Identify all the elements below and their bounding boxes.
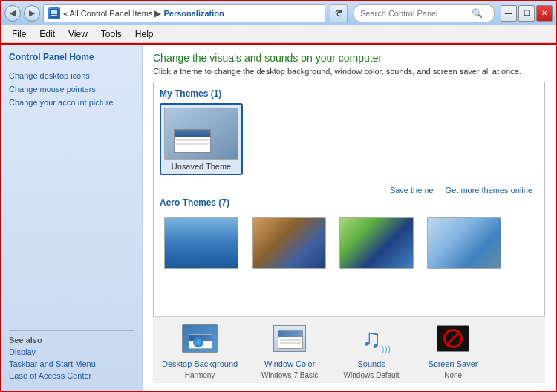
aero-thumb-3 bbox=[339, 217, 414, 269]
aero-thumb-1 bbox=[164, 217, 238, 269]
see-also-label: See also bbox=[9, 330, 134, 344]
desktop-background-sublabel: Harmony bbox=[185, 371, 215, 379]
window-color-item[interactable]: Window Color Windows 7 Basic bbox=[260, 321, 319, 379]
aero-thumb-2 bbox=[252, 217, 326, 269]
menu-help[interactable]: Help bbox=[129, 27, 160, 41]
see-also-section: See also Display Taskbar and Start Menu … bbox=[9, 330, 134, 383]
maximize-button[interactable]: ☐ bbox=[518, 5, 535, 22]
bottom-bar: Desktop Background Harmony bbox=[153, 316, 545, 383]
close-button[interactable]: ✕ bbox=[536, 5, 553, 22]
forward-button[interactable]: ▶ bbox=[24, 5, 40, 22]
svg-rect-1 bbox=[51, 10, 57, 14]
search-bar[interactable]: 🔍 bbox=[354, 4, 495, 22]
sounds-sublabel: Windows Default bbox=[344, 371, 400, 379]
window-color-icon bbox=[272, 321, 307, 356]
screen-saver-item[interactable]: Screen Saver None bbox=[423, 321, 483, 379]
title-bar: ◀ ▶ « All Control Panel Items ▶ Personal… bbox=[1, 1, 556, 25]
address-bar[interactable]: « All Control Panel Items ▶ Personalizat… bbox=[43, 4, 325, 22]
menu-edit[interactable]: Edit bbox=[33, 27, 61, 41]
unsaved-thumb-body bbox=[175, 137, 210, 148]
menu-bar: File Edit View Tools Help bbox=[1, 25, 556, 43]
sounds-item[interactable]: ♫ ))) Sounds Windows Default bbox=[342, 321, 401, 379]
desktop-background-item[interactable]: Desktop Background Harmony bbox=[162, 321, 238, 379]
sidebar-link-desktop-icons[interactable]: Change desktop icons bbox=[9, 71, 134, 80]
unsaved-theme-thumb bbox=[164, 108, 238, 160]
menu-view[interactable]: View bbox=[62, 27, 94, 41]
window-color-label[interactable]: Window Color bbox=[264, 359, 315, 368]
sidebar: Control Panel Home Change desktop icons … bbox=[1, 45, 143, 391]
aero-themes-label: Aero Themes (7) bbox=[160, 197, 538, 208]
save-row: Save theme Get more themes online bbox=[160, 183, 538, 197]
save-theme-link[interactable]: Save theme bbox=[390, 186, 434, 195]
minimize-button[interactable]: — bbox=[501, 5, 517, 22]
unsaved-theme-item[interactable]: Unsaved Theme bbox=[160, 103, 243, 175]
content-title: Change the visuals and sounds on your co… bbox=[153, 52, 545, 64]
themes-scroll[interactable]: My Themes (1) bbox=[154, 82, 544, 316]
sidebar-home-link[interactable]: Control Panel Home bbox=[9, 52, 134, 62]
see-also-taskbar[interactable]: Taskbar and Start Menu bbox=[9, 359, 134, 368]
screen-saver-sublabel: None bbox=[444, 371, 462, 379]
refresh-button[interactable] bbox=[330, 4, 348, 22]
menu-file[interactable]: File bbox=[6, 27, 32, 41]
sidebar-link-account-picture[interactable]: Change your account picture bbox=[9, 98, 134, 107]
themes-area: My Themes (1) bbox=[153, 82, 545, 316]
address-separator: ▶ bbox=[154, 8, 161, 19]
aero-theme-2[interactable] bbox=[247, 212, 330, 273]
see-also-ease-access[interactable]: Ease of Access Center bbox=[9, 371, 134, 380]
sidebar-link-mouse-pointers[interactable]: Change mouse pointers bbox=[9, 85, 134, 94]
aero-themes-grid bbox=[160, 212, 538, 273]
content-area: Change the visuals and sounds on your co… bbox=[143, 45, 556, 391]
my-themes-grid: Unsaved Theme bbox=[160, 103, 538, 175]
aero-thumb-4 bbox=[427, 217, 501, 269]
aero-theme-1[interactable] bbox=[160, 212, 243, 273]
menu-tools[interactable]: Tools bbox=[95, 27, 128, 41]
aero-theme-3[interactable] bbox=[335, 212, 418, 273]
window-color-sublabel: Windows 7 Basic bbox=[261, 371, 318, 379]
address-icon bbox=[48, 7, 60, 19]
address-current: Personalization bbox=[163, 9, 224, 18]
unsaved-thumb-bar bbox=[175, 130, 210, 137]
window-controls: — ☐ ✕ bbox=[501, 5, 553, 22]
window-frame: ◀ ▶ « All Control Panel Items ▶ Personal… bbox=[0, 0, 557, 392]
unsaved-thumb-line2 bbox=[176, 143, 209, 145]
unsaved-theme-name: Unsaved Theme bbox=[172, 162, 232, 171]
desktop-background-label[interactable]: Desktop Background bbox=[162, 359, 238, 368]
unsaved-thumb-line1 bbox=[176, 139, 209, 141]
back-button[interactable]: ◀ bbox=[4, 5, 21, 22]
search-icon[interactable]: 🔍 bbox=[472, 8, 483, 19]
see-also-display[interactable]: Display bbox=[9, 347, 134, 356]
sounds-icon: ♫ ))) bbox=[354, 321, 389, 356]
desktop-background-icon bbox=[182, 321, 218, 356]
main-area: Control Panel Home Change desktop icons … bbox=[1, 43, 556, 391]
screen-saver-label[interactable]: Screen Saver bbox=[429, 359, 478, 368]
content-description: Click a theme to change the desktop back… bbox=[153, 67, 545, 76]
get-more-themes-link[interactable]: Get more themes online bbox=[446, 186, 532, 195]
screen-saver-icon bbox=[435, 321, 471, 356]
svg-rect-2 bbox=[51, 15, 57, 16]
my-themes-label: My Themes (1) bbox=[160, 88, 538, 99]
sounds-label[interactable]: Sounds bbox=[357, 359, 385, 368]
aero-theme-4[interactable] bbox=[423, 212, 506, 273]
search-input[interactable] bbox=[360, 9, 472, 18]
address-prefix: « All Control Panel Items bbox=[63, 9, 152, 18]
unsaved-thumb-inner bbox=[174, 129, 211, 153]
